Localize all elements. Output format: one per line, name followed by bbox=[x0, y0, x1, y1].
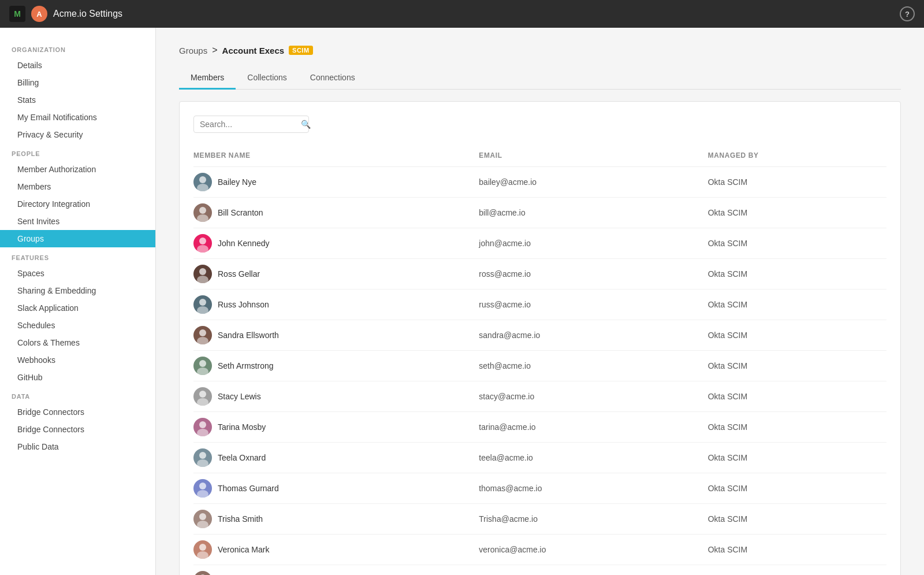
svg-point-16 bbox=[199, 421, 206, 428]
breadcrumb-groups[interactable]: Groups bbox=[179, 46, 207, 55]
member-name: Stacy Lewis bbox=[218, 392, 261, 401]
svg-point-17 bbox=[197, 429, 208, 436]
sidebar-item-directory-integration[interactable]: Directory Integration bbox=[0, 195, 155, 213]
tab-members[interactable]: Members bbox=[179, 67, 236, 90]
header-row: MEMBER NAME EMAIL MANAGED BY bbox=[193, 147, 886, 167]
member-name: Trisha Smith bbox=[218, 514, 263, 524]
avatar bbox=[193, 418, 212, 436]
member-name: Bailey Nye bbox=[218, 177, 256, 187]
table-header: MEMBER NAME EMAIL MANAGED BY bbox=[193, 147, 886, 167]
user-avatar[interactable]: A bbox=[31, 6, 47, 22]
member-email: seth@acme.io bbox=[479, 351, 707, 381]
svg-point-14 bbox=[199, 391, 206, 398]
member-name-cell: John Kennedy bbox=[193, 228, 479, 259]
member-name-cell: Teela Oxnard bbox=[193, 443, 479, 473]
sidebar-item-github[interactable]: GitHub bbox=[0, 369, 155, 386]
member-managed-by: Okta SCIM bbox=[708, 228, 886, 259]
svg-point-0 bbox=[199, 176, 206, 183]
people-nav: Member AuthorizationMembersDirectory Int… bbox=[0, 161, 155, 247]
avatar bbox=[193, 540, 212, 559]
avatar bbox=[193, 295, 212, 314]
svg-point-3 bbox=[197, 214, 208, 222]
member-managed-by: Okta SCIM bbox=[708, 412, 886, 443]
sidebar-item-colors--themes[interactable]: Colors & Themes bbox=[0, 334, 155, 351]
people-section-label: People bbox=[0, 143, 155, 161]
member-email: russ@acme.io bbox=[479, 290, 707, 320]
members-table: MEMBER NAME EMAIL MANAGED BY Bailey Nyeb… bbox=[193, 147, 886, 575]
member-email: bailey@acme.io bbox=[479, 167, 707, 198]
help-icon[interactable]: ? bbox=[900, 6, 915, 21]
member-name: Ross Gellar bbox=[218, 269, 260, 279]
svg-point-21 bbox=[197, 490, 208, 498]
sidebar-item-groups[interactable]: Groups bbox=[0, 230, 155, 247]
sidebar-item-details[interactable]: Details bbox=[0, 57, 155, 74]
sidebar-item-stats[interactable]: Stats bbox=[0, 91, 155, 109]
tabs-container: MembersCollectionsConnections bbox=[179, 67, 367, 89]
member-managed-by: Okta SCIM bbox=[708, 504, 886, 535]
sidebar-item-members[interactable]: Members bbox=[0, 178, 155, 195]
member-name: Thomas Gurnard bbox=[218, 484, 279, 493]
member-email: teela@acme.io bbox=[479, 443, 707, 473]
table-row: Bill Scrantonbill@acme.ioOkta SCIM bbox=[193, 198, 886, 228]
avatar bbox=[193, 387, 212, 406]
sidebar-item-billing[interactable]: Billing bbox=[0, 74, 155, 91]
sidebar-item-slack-application[interactable]: Slack Application bbox=[0, 299, 155, 317]
sidebar-item-member-authorization[interactable]: Member Authorization bbox=[0, 161, 155, 178]
member-name: Russ Johnson bbox=[218, 300, 269, 309]
avatar bbox=[193, 510, 212, 528]
table-row: Veruca Swintonveruca@acme.ioOkta SCIM bbox=[193, 565, 886, 576]
table-row: Trisha SmithTrisha@acme.ioOkta SCIM bbox=[193, 504, 886, 535]
main-content: Groups > Account Execs SCIM MembersColle… bbox=[156, 28, 924, 575]
member-email: john@acme.io bbox=[479, 228, 707, 259]
svg-point-8 bbox=[199, 299, 206, 306]
sidebar-item-privacy--security[interactable]: Privacy & Security bbox=[0, 126, 155, 143]
member-name-cell: Ross Gellar bbox=[193, 259, 479, 290]
app-title: Acme.io Settings bbox=[53, 9, 122, 19]
avatar bbox=[193, 265, 212, 283]
member-email: veronica@acme.io bbox=[479, 535, 707, 565]
avatar bbox=[193, 234, 212, 253]
sidebar-item-my-email-notifications[interactable]: My Email Notifications bbox=[0, 109, 155, 126]
search-input[interactable] bbox=[200, 120, 301, 129]
table-row: Ross Gellarross@acme.ioOkta SCIM bbox=[193, 259, 886, 290]
tab-collections[interactable]: Collections bbox=[236, 67, 298, 90]
member-name-cell: Sandra Ellsworth bbox=[193, 320, 479, 351]
breadcrumb-current: Account Execs bbox=[222, 46, 285, 55]
member-name-cell: Thomas Gurnard bbox=[193, 473, 479, 504]
sidebar: Organization DetailsBillingStatsMy Email… bbox=[0, 28, 156, 575]
table-row: Tarina Mosbytarina@acme.ioOkta SCIM bbox=[193, 412, 886, 443]
svg-point-12 bbox=[199, 360, 206, 367]
search-row: 🔍 bbox=[193, 116, 886, 133]
svg-point-1 bbox=[197, 184, 208, 191]
member-name: Sandra Ellsworth bbox=[218, 331, 279, 340]
tabs: MembersCollectionsConnections bbox=[179, 67, 901, 90]
sidebar-item-public-data[interactable]: Public Data bbox=[0, 438, 155, 455]
member-name: Teela Oxnard bbox=[218, 453, 266, 462]
tab-connections[interactable]: Connections bbox=[299, 67, 367, 90]
sidebar-item-bridge-connectors[interactable]: Bridge Connectors bbox=[0, 403, 155, 421]
member-name: John Kennedy bbox=[218, 239, 270, 248]
member-email: sandra@acme.io bbox=[479, 320, 707, 351]
member-email: ross@acme.io bbox=[479, 259, 707, 290]
org-section-label: Organization bbox=[0, 39, 155, 57]
member-name-cell: Tarina Mosby bbox=[193, 412, 479, 443]
member-managed-by: Okta SCIM bbox=[708, 320, 886, 351]
sidebar-item-spaces[interactable]: Spaces bbox=[0, 265, 155, 282]
svg-point-10 bbox=[199, 329, 206, 336]
layout: Organization DetailsBillingStatsMy Email… bbox=[0, 28, 924, 575]
search-box[interactable]: 🔍 bbox=[193, 116, 309, 133]
sidebar-item-bridge-connectors[interactable]: Bridge Connectors bbox=[0, 421, 155, 438]
member-name-cell: Veronica Mark bbox=[193, 535, 479, 565]
sidebar-item-webhooks[interactable]: Webhooks bbox=[0, 351, 155, 369]
sidebar-item-sent-invites[interactable]: Sent Invites bbox=[0, 213, 155, 230]
member-email: Trisha@acme.io bbox=[479, 504, 707, 535]
avatar bbox=[193, 173, 212, 191]
member-managed-by: Okta SCIM bbox=[708, 443, 886, 473]
table-row: Veronica Markveronica@acme.ioOkta SCIM bbox=[193, 535, 886, 565]
sidebar-item-sharing--embedding[interactable]: Sharing & Embedding bbox=[0, 282, 155, 299]
member-name: Bill Scranton bbox=[218, 208, 263, 217]
avatar bbox=[193, 448, 212, 467]
sidebar-item-schedules[interactable]: Schedules bbox=[0, 317, 155, 334]
scim-badge: SCIM bbox=[289, 46, 313, 55]
col-managed-by: MANAGED BY bbox=[708, 147, 886, 167]
